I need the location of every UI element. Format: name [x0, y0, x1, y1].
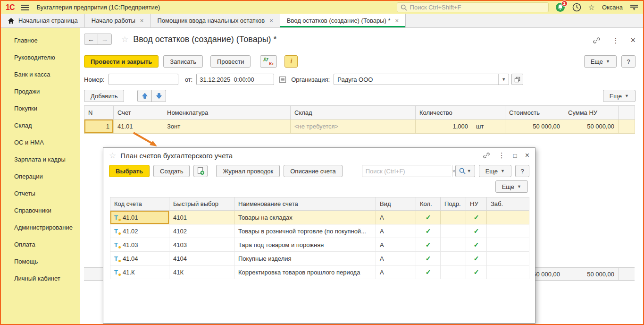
- search-input[interactable]: [410, 4, 545, 11]
- list-icon[interactable]: [279, 76, 286, 83]
- cell-podr-check[interactable]: [441, 211, 466, 224]
- cell-name[interactable]: Тара под товаром и порожняя: [234, 238, 376, 252]
- sidebar-item-purchases[interactable]: Покупки: [1, 100, 80, 117]
- tab-close-icon[interactable]: ×: [140, 17, 144, 24]
- col-kind[interactable]: Вид: [376, 197, 416, 211]
- back-button[interactable]: ←: [84, 34, 98, 45]
- sidebar-item-bank-cash[interactable]: Банк и касса: [1, 66, 80, 83]
- cell-account[interactable]: 41.01: [114, 120, 163, 134]
- more-menu-icon[interactable]: ⋮: [612, 36, 619, 45]
- cell-n[interactable]: 1: [84, 120, 114, 134]
- combo-dropdown-icon[interactable]: ▼: [498, 74, 509, 85]
- cell-quick[interactable]: 4102: [169, 224, 234, 238]
- sidebar-item-main[interactable]: Главное: [1, 32, 80, 49]
- tab-home[interactable]: Начальная страница: [1, 14, 85, 27]
- account-row[interactable]: Т41.01 4101 Товары на складах А ✓ ✓: [110, 211, 529, 224]
- organization-combo[interactable]: ▼: [334, 74, 509, 85]
- sidebar-item-directories[interactable]: Справочники: [1, 202, 80, 219]
- global-search-field[interactable]: [397, 2, 549, 12]
- cell-kind[interactable]: А: [376, 265, 416, 279]
- cell-podr-check[interactable]: [441, 224, 466, 238]
- col-nu[interactable]: НУ: [466, 197, 487, 211]
- cell-code[interactable]: Т41.03: [110, 238, 169, 252]
- cell-nu-check[interactable]: ✓: [466, 211, 487, 224]
- col-quick[interactable]: Быстрый выбор: [169, 197, 234, 211]
- forward-button[interactable]: →: [98, 34, 112, 45]
- cell-quick[interactable]: 4103: [169, 238, 234, 252]
- cell-unit[interactable]: шт: [472, 120, 505, 134]
- table-more-button[interactable]: Еще▼: [603, 90, 636, 102]
- sidebar-item-sales[interactable]: Продажи: [1, 83, 80, 100]
- table-row[interactable]: 1 41.01 Зонт <не требуется> 1,000 шт 50 …: [84, 120, 635, 134]
- col-quantity[interactable]: Количество: [416, 106, 505, 120]
- dialog-search-input[interactable]: [362, 165, 452, 177]
- sidebar-item-personal-account[interactable]: Личный кабинет: [1, 270, 80, 287]
- favorite-star-icon[interactable]: ☆: [121, 34, 128, 44]
- account-row[interactable]: Т41.02 4102 Товары в розничной торговле …: [110, 224, 529, 238]
- cell-zab[interactable]: [487, 224, 529, 238]
- move-down-button[interactable]: [151, 90, 166, 102]
- cell-cost[interactable]: 50 000,00: [505, 120, 564, 134]
- cell-nu-check[interactable]: ✓: [466, 252, 487, 265]
- sidebar-item-help[interactable]: Помощь: [1, 253, 80, 270]
- dt-kt-postings-button[interactable]: Дт Кт: [260, 55, 277, 68]
- select-button[interactable]: Выбрать: [109, 165, 150, 177]
- cell-quick[interactable]: 4104: [169, 252, 234, 265]
- cell-qty[interactable]: 1,000: [416, 120, 472, 134]
- cell-kind[interactable]: А: [376, 211, 416, 224]
- link-icon[interactable]: [593, 36, 601, 44]
- col-code[interactable]: Код счета: [110, 197, 169, 211]
- close-form-icon[interactable]: ×: [630, 35, 636, 45]
- dialog-search-field[interactable]: ×: [362, 165, 452, 177]
- cell-kind[interactable]: А: [376, 224, 416, 238]
- notifications-button[interactable]: 1: [555, 2, 565, 12]
- tab-close-icon[interactable]: ×: [395, 17, 399, 24]
- info-button[interactable]: i: [284, 55, 298, 68]
- cell-zab[interactable]: [487, 265, 529, 279]
- cell-podr-check[interactable]: [441, 252, 466, 265]
- cell-kol-check[interactable]: ✓: [416, 238, 441, 252]
- close-dialog-icon[interactable]: ×: [525, 151, 529, 160]
- col-zab[interactable]: Заб.: [487, 197, 529, 211]
- main-menu-icon[interactable]: ▼: [630, 5, 638, 10]
- tab-close-icon[interactable]: ×: [269, 17, 273, 24]
- number-field[interactable]: [109, 74, 178, 85]
- sidebar-item-warehouse[interactable]: Склад: [1, 117, 80, 134]
- col-cost[interactable]: Стоимость: [505, 106, 564, 120]
- cell-code[interactable]: Т41.К: [110, 265, 169, 279]
- tab-balances-entry[interactable]: Ввод остатков (создание) (Товары) * ×: [280, 14, 406, 27]
- cell-kol-check[interactable]: ✓: [416, 224, 441, 238]
- cell-nu-check[interactable]: ✓: [466, 238, 487, 252]
- tab-opening-balances-assistant[interactable]: Помощник ввода начальных остатков ×: [151, 14, 280, 27]
- cell-zab[interactable]: [487, 238, 529, 252]
- cell-name[interactable]: Покупные изделия: [234, 252, 376, 265]
- hamburger-menu-icon[interactable]: [21, 5, 29, 10]
- save-button[interactable]: Записать: [163, 55, 203, 68]
- open-organization-button[interactable]: [511, 74, 523, 85]
- cell-name[interactable]: Товары на складах: [234, 211, 376, 224]
- clear-search-icon[interactable]: ×: [452, 165, 455, 177]
- more-menu-icon[interactable]: ⋮: [498, 151, 505, 160]
- cell-kol-check[interactable]: ✓: [416, 211, 441, 224]
- col-warehouse[interactable]: Склад: [291, 106, 416, 120]
- cell-code[interactable]: Т41.01: [110, 211, 169, 224]
- account-row[interactable]: Т41.К 41К Корректировка товаров прошлого…: [110, 265, 529, 279]
- cell-podr-check[interactable]: [441, 238, 466, 252]
- dialog-help-button[interactable]: ?: [515, 165, 529, 177]
- search-options-button[interactable]: ▼: [455, 165, 475, 177]
- cell-zab[interactable]: [487, 252, 529, 265]
- list-more-button[interactable]: Еще▼: [495, 180, 528, 193]
- organization-field[interactable]: [334, 74, 498, 85]
- cell-kol-check[interactable]: ✓: [416, 252, 441, 265]
- sidebar-item-administration[interactable]: Администрирование: [1, 219, 80, 236]
- favorites-icon[interactable]: ☆: [588, 3, 595, 12]
- cell-item[interactable]: Зонт: [163, 120, 291, 134]
- cell-kind[interactable]: А: [376, 252, 416, 265]
- move-up-button[interactable]: [137, 90, 152, 102]
- dialog-more-button[interactable]: Еще▼: [479, 165, 511, 177]
- account-row[interactable]: Т41.03 4103 Тара под товаром и порожняя …: [110, 238, 529, 252]
- post-button[interactable]: Провести: [210, 55, 251, 68]
- user-name[interactable]: Оксана: [602, 4, 623, 11]
- col-kol[interactable]: Кол.: [416, 197, 441, 211]
- cell-kind[interactable]: А: [376, 238, 416, 252]
